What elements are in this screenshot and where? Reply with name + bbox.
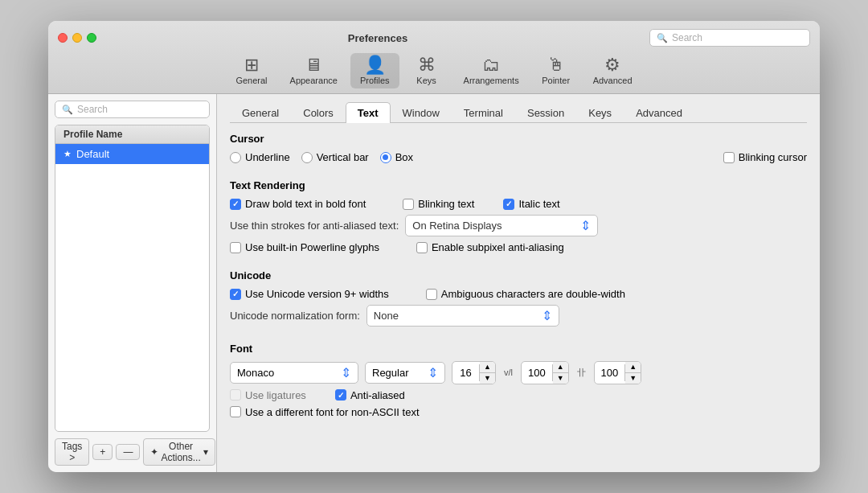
builtin-powerline-checkbox[interactable]: [230, 242, 241, 253]
subpixel-label[interactable]: Enable subpixel anti-aliasing: [416, 241, 564, 253]
maximize-button[interactable]: [87, 33, 96, 43]
toolbar-label-profiles: Profiles: [360, 76, 390, 85]
sidebar-bottom: Tags > + — ✦ Other Actions... ▾: [55, 438, 210, 466]
cursor-vertical-bar-text: Vertical bar: [317, 151, 369, 163]
toolbar-label-advanced: Advanced: [593, 76, 633, 85]
profile-item-default[interactable]: ★ Default: [55, 144, 209, 164]
unicode-title: Unicode: [230, 269, 807, 281]
font-style-value: Regular: [372, 367, 409, 379]
other-actions-label: Other Actions...: [161, 441, 200, 463]
font-size-stepper-buttons: ▲ ▼: [480, 362, 495, 384]
toolbar-item-pointer[interactable]: 🖱 Pointer: [532, 53, 580, 88]
tab-keys[interactable]: Keys: [576, 102, 624, 123]
sidebar: 🔍 Search Profile Name ★ Default Tags > +…: [48, 94, 217, 472]
toolbar-item-keys[interactable]: ⌘ Keys: [403, 53, 451, 88]
sidebar-search[interactable]: 🔍 Search: [55, 101, 210, 118]
cursor-box-label[interactable]: Box: [380, 151, 413, 163]
tab-general[interactable]: General: [230, 102, 291, 123]
toolbar-item-general[interactable]: ⊞ General: [226, 53, 276, 88]
text-rendering-row1: Draw bold text in bold font Blinking tex…: [230, 198, 807, 210]
cursor-underline-text: Underline: [245, 151, 290, 163]
keys-icon: ⌘: [418, 56, 436, 74]
different-font-label[interactable]: Use a different font for non-ASCII text: [230, 406, 420, 418]
normalization-row: Unicode normalization form: None ⇕: [230, 305, 807, 327]
tab-advanced[interactable]: Advanced: [624, 102, 694, 123]
tags-button[interactable]: Tags >: [55, 438, 89, 466]
builtin-powerline-label[interactable]: Use built-in Powerline glyphs: [230, 241, 379, 253]
use-ligatures-label[interactable]: Use ligatures: [230, 389, 306, 401]
anti-aliased-text: Anti-aliased: [350, 389, 405, 401]
cursor-underline-radio[interactable]: [230, 152, 241, 163]
cursor-vertical-bar-label[interactable]: Vertical bar: [301, 151, 369, 163]
v-spacing-label: v/l: [504, 368, 513, 377]
toolbar-item-advanced[interactable]: ⚙ Advanced: [583, 53, 642, 88]
minimize-button[interactable]: [72, 33, 82, 43]
subpixel-text: Enable subpixel anti-aliasing: [432, 241, 564, 253]
cursor-section: Cursor Underline Vertical bar: [230, 133, 807, 168]
italic-text-checkbox[interactable]: [503, 199, 514, 210]
remove-profile-button[interactable]: —: [116, 444, 140, 460]
ambiguous-label[interactable]: Ambiguous characters are double-width: [426, 288, 625, 300]
v-spacing-increment[interactable]: ▲: [553, 362, 568, 373]
use-ligatures-text: Use ligatures: [245, 389, 306, 401]
search-icon: 🔍: [657, 33, 668, 43]
draw-bold-label[interactable]: Draw bold text in bold font: [230, 198, 366, 210]
window-title: Preferences: [106, 32, 649, 44]
font-style-select[interactable]: Regular ⇕: [365, 362, 445, 384]
thin-strokes-select[interactable]: On Retina Displays ⇕: [405, 215, 598, 236]
blinking-text-checkbox[interactable]: [403, 199, 414, 210]
font-size-increment[interactable]: ▲: [480, 362, 495, 373]
italic-text-label[interactable]: Italic text: [503, 198, 559, 210]
tab-text[interactable]: Text: [346, 102, 391, 123]
use-unicode-checkbox[interactable]: [230, 289, 241, 300]
preferences-window: Preferences 🔍 Search ⊞ General 🖥 Appeara…: [48, 21, 820, 472]
tab-colors[interactable]: Colors: [291, 102, 346, 123]
normalization-value: None: [374, 310, 399, 322]
arrangements-icon: 🗂: [482, 56, 500, 74]
thin-strokes-value: On Retina Displays: [412, 220, 502, 232]
h-spacing-stepper[interactable]: 100 ▲ ▼: [594, 361, 642, 384]
anti-aliased-checkbox[interactable]: [335, 389, 346, 401]
toolbar-item-arrangements[interactable]: 🗂 Arrangements: [454, 53, 529, 88]
draw-bold-checkbox[interactable]: [230, 199, 241, 210]
other-actions-button[interactable]: ✦ Other Actions... ▾: [143, 438, 215, 466]
font-size-decrement[interactable]: ▼: [480, 373, 495, 384]
toolbar-item-profiles[interactable]: 👤 Profiles: [350, 53, 399, 88]
different-font-checkbox[interactable]: [230, 406, 241, 417]
h-spacing-decrement[interactable]: ▼: [625, 373, 641, 384]
thin-strokes-label: Use thin strokes for anti-aliased text:: [230, 220, 399, 232]
cursor-box-radio[interactable]: [380, 152, 391, 163]
main-panel: General Colors Text Window Terminal Sess…: [217, 94, 820, 472]
subpixel-checkbox[interactable]: [416, 242, 428, 253]
use-unicode-label[interactable]: Use Unicode version 9+ widths: [230, 288, 389, 300]
cursor-box-text: Box: [395, 151, 413, 163]
italic-text-text: Italic text: [518, 198, 559, 210]
add-profile-button[interactable]: +: [92, 444, 113, 460]
v-spacing-decrement[interactable]: ▼: [553, 373, 568, 384]
v-spacing-stepper[interactable]: 100 ▲ ▼: [521, 361, 569, 384]
h-spacing-value: 100: [595, 364, 626, 381]
thin-strokes-arrow-icon: ⇕: [580, 218, 591, 233]
tab-window[interactable]: Window: [391, 102, 452, 123]
cursor-underline-label[interactable]: Underline: [230, 151, 290, 163]
use-ligatures-checkbox[interactable]: [230, 389, 241, 401]
close-button[interactable]: [58, 33, 68, 43]
cursor-vertical-bar-radio[interactable]: [301, 152, 313, 163]
anti-aliased-label[interactable]: Anti-aliased: [335, 389, 405, 401]
blinking-cursor-checkbox[interactable]: [723, 152, 735, 163]
tab-terminal[interactable]: Terminal: [452, 102, 515, 123]
toolbar-item-appearance[interactable]: 🖥 Appearance: [280, 53, 347, 88]
normalization-select[interactable]: None ⇕: [366, 305, 559, 327]
profiles-icon: 👤: [364, 56, 386, 74]
font-size-stepper[interactable]: 16 ▲ ▼: [452, 361, 496, 384]
blinking-cursor-label[interactable]: Blinking cursor: [723, 151, 807, 163]
v-spacing-value: 100: [522, 364, 553, 381]
toolbar-label-keys: Keys: [416, 76, 436, 85]
ambiguous-checkbox[interactable]: [426, 289, 437, 300]
v-spacing-stepper-buttons: ▲ ▼: [553, 362, 568, 384]
title-search-box[interactable]: 🔍 Search: [649, 29, 810, 47]
font-name-select[interactable]: Monaco ⇕: [230, 362, 358, 384]
tab-session[interactable]: Session: [515, 102, 576, 123]
h-spacing-increment[interactable]: ▲: [625, 362, 641, 373]
blinking-text-label[interactable]: Blinking text: [403, 198, 474, 210]
